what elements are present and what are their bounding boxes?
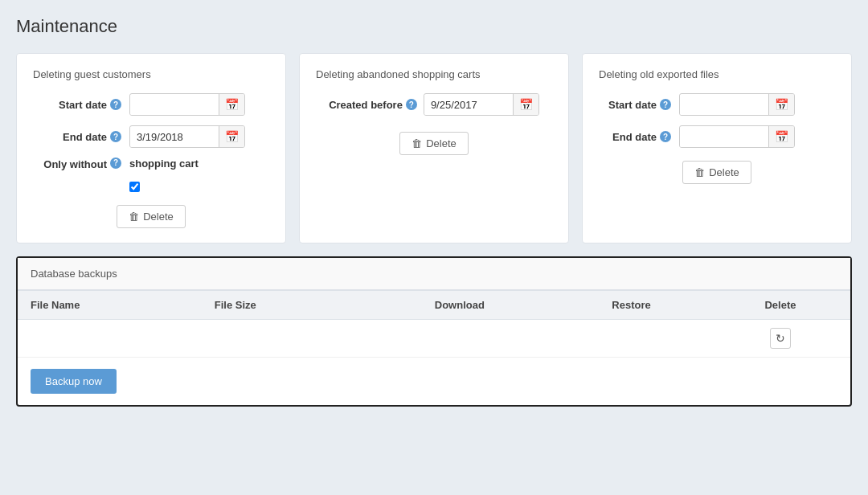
col-file-name: File Name xyxy=(18,291,202,320)
download-cell xyxy=(367,320,552,358)
database-backups-card: Database backups File Name File Size Dow… xyxy=(16,256,852,407)
end-date-input-wrapper: 📅 xyxy=(129,125,245,148)
col-file-size: File Size xyxy=(202,291,367,320)
abandoned-carts-card: Deleting abandoned shopping carts Create… xyxy=(299,53,569,243)
exported-start-date-input-wrapper: 📅 xyxy=(679,93,795,116)
exported-start-date-row: Start date ? 📅 xyxy=(599,93,835,116)
created-before-row: Created before ? 📅 xyxy=(316,93,552,116)
start-date-input[interactable] xyxy=(130,95,219,115)
exported-start-help-icon[interactable]: ? xyxy=(660,99,671,110)
abandoned-delete-button[interactable]: 🗑 Delete xyxy=(399,132,469,155)
only-without-row: Only without ? shopping cart xyxy=(33,158,269,172)
abandoned-carts-title: Deleting abandoned shopping carts xyxy=(316,68,552,80)
old-exported-card: Deleting old exported files Start date ?… xyxy=(582,53,852,243)
only-without-help-icon[interactable]: ? xyxy=(110,158,121,169)
file-size-cell xyxy=(202,320,367,358)
abandoned-delete-button-area: 🗑 Delete xyxy=(316,129,552,155)
end-date-row: End date ? 📅 xyxy=(33,125,269,148)
exported-start-calendar-icon[interactable]: 📅 xyxy=(768,94,794,115)
created-before-input-wrapper: 📅 xyxy=(424,93,539,116)
table-row: ↻ xyxy=(18,320,850,358)
only-without-label: Only without ? xyxy=(33,158,129,172)
start-date-calendar-icon[interactable]: 📅 xyxy=(219,94,244,115)
page-title: Maintenance xyxy=(16,16,852,37)
guest-customers-title: Deleting guest customers xyxy=(33,68,269,80)
database-backups-table: File Name File Size Download Restore Del… xyxy=(18,290,850,358)
trash-icon: 🗑 xyxy=(129,211,139,223)
col-delete: Delete xyxy=(710,291,850,320)
exported-delete-button-area: 🗑 Delete xyxy=(599,158,835,184)
old-exported-title: Deleting old exported files xyxy=(599,68,835,80)
only-without-checkbox[interactable] xyxy=(129,182,140,192)
exported-delete-button[interactable]: 🗑 Delete xyxy=(682,161,751,184)
exported-trash-icon: 🗑 xyxy=(694,166,705,178)
exported-end-help-icon[interactable]: ? xyxy=(660,131,671,142)
col-download: Download xyxy=(367,291,552,320)
exported-end-date-row: End date ? 📅 xyxy=(599,125,835,148)
delete-cell: ↻ xyxy=(710,320,850,358)
only-without-checkbox-row xyxy=(33,182,269,192)
created-before-input[interactable] xyxy=(424,95,513,115)
exported-end-calendar-icon[interactable]: 📅 xyxy=(768,126,794,147)
refresh-button[interactable]: ↻ xyxy=(770,328,791,349)
end-date-calendar-icon[interactable]: 📅 xyxy=(219,126,244,147)
col-restore: Restore xyxy=(552,291,710,320)
restore-cell xyxy=(552,320,710,358)
exported-end-date-input[interactable] xyxy=(680,127,768,147)
end-date-help-icon[interactable]: ? xyxy=(110,131,121,142)
created-before-help-icon[interactable]: ? xyxy=(406,99,417,110)
start-date-row: Start date ? 📅 xyxy=(33,93,269,116)
table-header-row: File Name File Size Download Restore Del… xyxy=(18,291,850,320)
database-backups-header: Database backups xyxy=(18,258,850,290)
start-date-help-icon[interactable]: ? xyxy=(110,99,121,110)
guest-delete-button[interactable]: 🗑 Delete xyxy=(117,205,186,228)
exported-start-date-input[interactable] xyxy=(680,95,768,115)
end-date-label: End date ? xyxy=(33,131,129,143)
abandoned-trash-icon: 🗑 xyxy=(411,137,422,149)
exported-start-date-label: Start date ? xyxy=(599,99,679,111)
backup-now-button[interactable]: Backup now xyxy=(31,369,117,394)
exported-end-date-label: End date ? xyxy=(599,131,679,143)
shopping-cart-sublabel: shopping cart xyxy=(129,158,199,170)
exported-end-date-input-wrapper: 📅 xyxy=(679,125,795,148)
guest-customers-card: Deleting guest customers Start date ? 📅 … xyxy=(16,53,286,243)
start-date-input-wrapper: 📅 xyxy=(129,93,245,116)
guest-delete-button-area: 🗑 Delete xyxy=(33,202,269,228)
start-date-label: Start date ? xyxy=(33,99,129,111)
end-date-input[interactable] xyxy=(130,127,219,147)
file-name-cell xyxy=(18,320,202,358)
created-before-calendar-icon[interactable]: 📅 xyxy=(513,94,538,115)
created-before-label: Created before ? xyxy=(329,99,417,111)
